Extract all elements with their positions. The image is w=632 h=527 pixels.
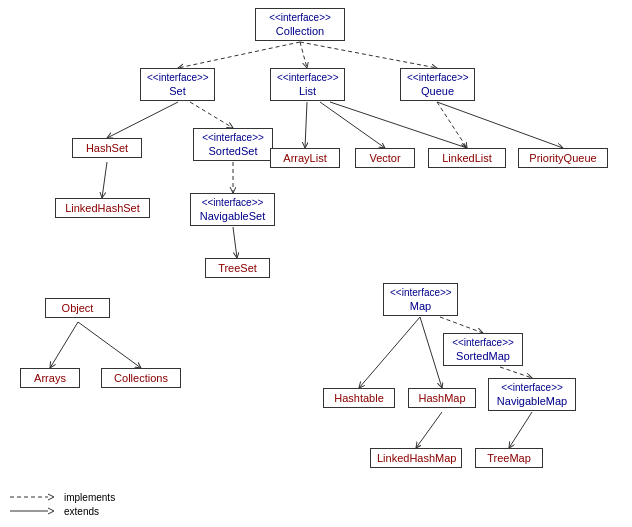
- stereotype-navigablemap: <<interface>>: [495, 381, 569, 394]
- classname-object: Object: [52, 301, 103, 315]
- classname-arraylist: ArrayList: [277, 151, 333, 165]
- classname-priorityqueue: PriorityQueue: [525, 151, 601, 165]
- classname-hashmap: HashMap: [415, 391, 469, 405]
- svg-line-13: [50, 322, 78, 368]
- node-hashmap: HashMap: [408, 388, 476, 408]
- classname-map: Map: [390, 299, 451, 313]
- classname-arrays: Arrays: [27, 371, 73, 385]
- svg-line-7: [233, 227, 237, 258]
- svg-line-9: [320, 102, 385, 148]
- classname-treemap: TreeMap: [482, 451, 536, 465]
- legend-extends-label: extends: [64, 506, 99, 517]
- svg-line-4: [190, 102, 233, 128]
- node-navigablemap: <<interface>> NavigableMap: [488, 378, 576, 411]
- svg-line-17: [440, 317, 483, 333]
- svg-line-15: [359, 317, 420, 388]
- node-queue: <<interface>> Queue: [400, 68, 475, 101]
- node-priorityqueue: PriorityQueue: [518, 148, 608, 168]
- node-treemap: TreeMap: [475, 448, 543, 468]
- svg-line-5: [102, 162, 107, 198]
- svg-line-3: [107, 102, 178, 138]
- stereotype-sortedset: <<interface>>: [200, 131, 266, 144]
- svg-line-18: [500, 367, 532, 378]
- stereotype-collection: <<interface>>: [262, 11, 338, 24]
- classname-hashtable: Hashtable: [330, 391, 388, 405]
- node-list: <<interface>> List: [270, 68, 345, 101]
- classname-linkedhashset: LinkedHashSet: [62, 201, 143, 215]
- legend: implements extends: [10, 491, 115, 519]
- svg-line-20: [509, 412, 532, 448]
- classname-vector: Vector: [362, 151, 408, 165]
- classname-treeset: TreeSet: [212, 261, 263, 275]
- node-navigableset: <<interface>> NavigableSet: [190, 193, 275, 226]
- node-linkedhashset: LinkedHashSet: [55, 198, 150, 218]
- stereotype-list: <<interface>>: [277, 71, 338, 84]
- classname-set: Set: [147, 84, 208, 98]
- node-arrays: Arrays: [20, 368, 80, 388]
- svg-line-14: [78, 322, 141, 368]
- classname-navigablemap: NavigableMap: [495, 394, 569, 408]
- stereotype-queue: <<interface>>: [407, 71, 468, 84]
- classname-linkedlist: LinkedList: [435, 151, 499, 165]
- node-map: <<interface>> Map: [383, 283, 458, 316]
- node-vector: Vector: [355, 148, 415, 168]
- node-arraylist: ArrayList: [270, 148, 340, 168]
- stereotype-sortedmap: <<interface>>: [450, 336, 516, 349]
- node-hashset: HashSet: [72, 138, 142, 158]
- node-hashtable: Hashtable: [323, 388, 395, 408]
- legend-extends-row: extends: [10, 505, 115, 517]
- classname-hashset: HashSet: [79, 141, 135, 155]
- node-set: <<interface>> Set: [140, 68, 215, 101]
- svg-line-12: [437, 102, 467, 148]
- classname-navigableset: NavigableSet: [197, 209, 268, 223]
- svg-line-8: [305, 102, 307, 148]
- svg-line-11: [437, 102, 563, 148]
- node-collections: Collections: [101, 368, 181, 388]
- stereotype-set: <<interface>>: [147, 71, 208, 84]
- node-object: Object: [45, 298, 110, 318]
- node-collection: <<interface>> Collection: [255, 8, 345, 41]
- svg-line-0: [178, 42, 300, 68]
- legend-implements-row: implements: [10, 491, 115, 503]
- node-linkedlist: LinkedList: [428, 148, 506, 168]
- diagram: <<interface>> Collection <<interface>> S…: [0, 0, 632, 480]
- svg-line-16: [420, 317, 442, 388]
- svg-line-19: [416, 412, 442, 448]
- classname-queue: Queue: [407, 84, 468, 98]
- classname-collection: Collection: [262, 24, 338, 38]
- classname-sortedset: SortedSet: [200, 144, 266, 158]
- svg-line-10: [330, 102, 467, 148]
- classname-linkedhashmap: LinkedHashMap: [377, 451, 455, 465]
- stereotype-map: <<interface>>: [390, 286, 451, 299]
- stereotype-navigableset: <<interface>>: [197, 196, 268, 209]
- node-linkedhashmap: LinkedHashMap: [370, 448, 462, 468]
- classname-sortedmap: SortedMap: [450, 349, 516, 363]
- svg-line-1: [300, 42, 307, 68]
- svg-line-2: [300, 42, 437, 68]
- legend-implements-label: implements: [64, 492, 115, 503]
- classname-list: List: [277, 84, 338, 98]
- node-sortedmap: <<interface>> SortedMap: [443, 333, 523, 366]
- classname-collections: Collections: [108, 371, 174, 385]
- node-treeset: TreeSet: [205, 258, 270, 278]
- node-sortedset: <<interface>> SortedSet: [193, 128, 273, 161]
